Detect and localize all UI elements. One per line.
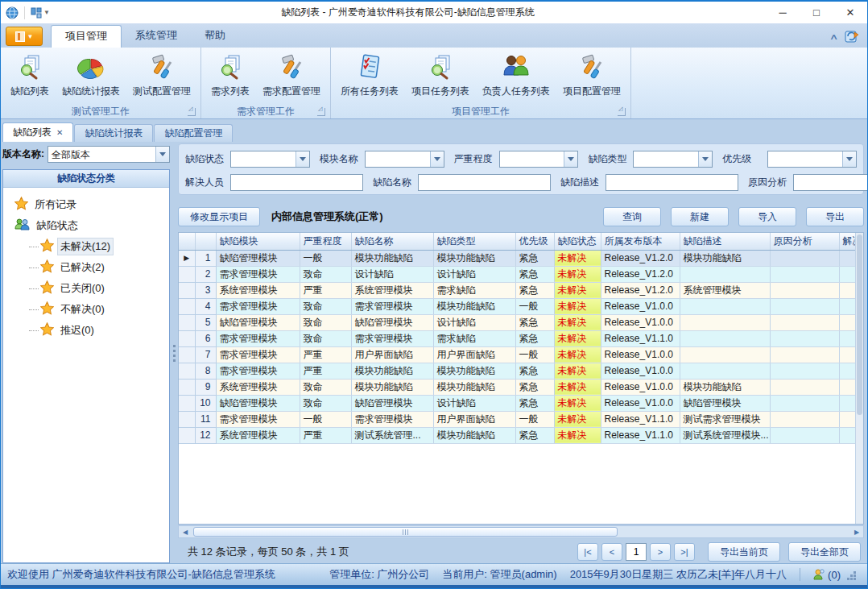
column-header-缺陷描述[interactable]: 缺陷描述 bbox=[680, 233, 770, 250]
filter-input-解决人员[interactable] bbox=[230, 174, 363, 191]
filter-combobox-模块名称[interactable] bbox=[365, 151, 444, 168]
combobox-arrow-icon[interactable] bbox=[698, 151, 712, 167]
column-header-blank[interactable] bbox=[179, 233, 195, 250]
column-header-缺陷状态[interactable]: 缺陷状态 bbox=[554, 233, 601, 250]
vertical-scrollbar[interactable] bbox=[855, 233, 863, 524]
ribbon-tab-项目管理[interactable]: 项目管理 bbox=[51, 25, 122, 48]
close-tab-icon[interactable]: ✕ bbox=[56, 128, 63, 137]
combobox-arrow-icon[interactable] bbox=[564, 151, 577, 167]
ribbon-button-项目配置管理[interactable]: 项目配置管理 bbox=[556, 49, 627, 100]
tree-item-推迟(0)[interactable]: 推迟(0) bbox=[40, 320, 166, 341]
filter-combobox-缺陷类型[interactable] bbox=[633, 151, 713, 168]
row-selector-cell[interactable] bbox=[179, 266, 195, 282]
version-combobox[interactable]: 全部版本 bbox=[48, 146, 170, 163]
row-selector-cell[interactable] bbox=[179, 379, 195, 395]
ribbon-button-所有任务列表[interactable]: 所有任务列表 bbox=[334, 49, 405, 100]
tree-item-缺陷状态[interactable]: -缺陷状态 bbox=[14, 215, 166, 236]
minimize-button[interactable]: ─ bbox=[766, 2, 800, 23]
ribbon-button-需求列表[interactable]: 需求列表 bbox=[205, 49, 256, 100]
tree-item-已关闭(0)[interactable]: 已关闭(0) bbox=[40, 278, 166, 299]
document-tab-缺陷列表[interactable]: 缺陷列表✕ bbox=[2, 122, 73, 142]
panel-splitter[interactable] bbox=[172, 143, 176, 563]
document-tab-缺陷配置管理[interactable]: 缺陷配置管理 bbox=[154, 124, 233, 142]
ribbon-button-需求配置管理[interactable]: 需求配置管理 bbox=[256, 49, 327, 100]
filter-combobox-严重程度[interactable] bbox=[499, 151, 579, 168]
resize-grip[interactable] bbox=[854, 578, 856, 580]
column-header-所属发布版本[interactable]: 所属发布版本 bbox=[601, 233, 680, 250]
help-about-icon[interactable] bbox=[845, 29, 859, 44]
maximize-button[interactable]: □ bbox=[800, 2, 833, 23]
modify-display-items-button[interactable]: 修改显示项目 bbox=[178, 207, 260, 226]
collapse-ribbon-icon[interactable]: ∧ bbox=[829, 32, 838, 41]
dialog-launcher-icon[interactable] bbox=[317, 108, 325, 116]
combobox-arrow-icon[interactable] bbox=[296, 151, 309, 167]
last-page-button[interactable]: >| bbox=[674, 543, 695, 561]
ribbon-button-缺陷列表[interactable]: 缺陷列表 bbox=[4, 49, 56, 100]
column-header-严重程度[interactable]: 严重程度 bbox=[300, 233, 351, 250]
action-button-新建[interactable]: 新建 bbox=[671, 207, 729, 226]
first-page-button[interactable]: |< bbox=[577, 543, 598, 561]
horizontal-scrollbar[interactable]: ◀ ▶ bbox=[178, 525, 864, 538]
tree-item-不解决(0)[interactable]: 不解决(0) bbox=[40, 299, 166, 320]
table-row[interactable]: 3系统管理模块严重系统管理模块需求缺陷紧急未解决Release_V1.2.0系统… bbox=[179, 282, 855, 298]
row-selector-cell[interactable] bbox=[179, 363, 195, 379]
table-row[interactable]: 5缺陷管理模块致命缺陷管理模块设计缺陷紧急未解决Release_V1.0.0 bbox=[179, 314, 855, 330]
document-tab-缺陷统计报表[interactable]: 缺陷统计报表 bbox=[74, 124, 153, 142]
scroll-left-icon[interactable]: ◀ bbox=[179, 526, 192, 537]
export-all-pages-button[interactable]: 导出全部页 bbox=[788, 542, 861, 562]
action-button-查询[interactable]: 查询 bbox=[603, 207, 661, 226]
combobox-arrow-icon[interactable] bbox=[430, 151, 444, 167]
row-selector-cell[interactable] bbox=[179, 346, 195, 363]
page-number-input[interactable] bbox=[626, 543, 647, 561]
combobox-arrow-icon[interactable] bbox=[842, 151, 856, 167]
prev-page-button[interactable]: < bbox=[601, 543, 622, 561]
table-row[interactable]: 7需求管理模块严重用户界面缺陷用户界面缺陷一般未解决Release_V1.0.0 bbox=[179, 346, 855, 363]
tree-item-已解决(2)[interactable]: 已解决(2) bbox=[40, 257, 166, 278]
ribbon-button-负责人任务列表[interactable]: 负责人任务列表 bbox=[476, 49, 556, 100]
filter-combobox-优先级[interactable] bbox=[767, 151, 857, 168]
table-row[interactable]: 6需求管理模块致命需求管理模块需求缺陷紧急未解决Release_V1.1.0 bbox=[179, 330, 855, 346]
qat-dropdown-icon[interactable]: ▼ bbox=[43, 9, 50, 16]
vertical-scrollbar-thumb[interactable] bbox=[857, 234, 862, 415]
export-current-page-button[interactable]: 导出当前页 bbox=[708, 542, 780, 562]
dialog-launcher-icon[interactable] bbox=[618, 108, 626, 116]
row-selector-cell[interactable] bbox=[179, 298, 195, 314]
tree-expander-icon[interactable]: - bbox=[0, 222, 1, 230]
table-row[interactable]: ▶1缺陷管理模块一般模块功能缺陷模块功能缺陷紧急未解决Release_V1.2.… bbox=[179, 250, 855, 266]
table-row[interactable]: 12系统管理模块严重测试系统管理...模块功能缺陷紧急未解决Release_V1… bbox=[179, 427, 855, 443]
table-row[interactable]: 9系统管理模块致命模块功能缺陷模块功能缺陷紧急未解决Release_V1.0.0… bbox=[179, 379, 855, 395]
column-header-原因分析[interactable]: 原因分析 bbox=[770, 233, 839, 250]
ribbon-button-项目任务列表[interactable]: 项目任务列表 bbox=[405, 49, 476, 100]
ribbon-button-测试配置管理[interactable]: 测试配置管理 bbox=[126, 49, 197, 100]
column-header-解决方法[interactable]: 解决方法 bbox=[839, 233, 855, 250]
row-selector-cell[interactable] bbox=[179, 282, 195, 298]
horizontal-scrollbar-thumb[interactable] bbox=[193, 527, 618, 537]
row-selector-cell[interactable] bbox=[179, 330, 195, 346]
message-indicator[interactable]: (0) bbox=[813, 569, 841, 581]
application-menu-button[interactable]: ▼ bbox=[6, 27, 43, 46]
table-row[interactable]: 8需求管理模块严重模块功能缺陷模块功能缺陷紧急未解决Release_V1.0.0 bbox=[179, 363, 855, 379]
column-header-缺陷模块[interactable]: 缺陷模块 bbox=[216, 233, 300, 250]
action-button-导入[interactable]: 导入 bbox=[738, 207, 796, 226]
next-page-button[interactable]: > bbox=[650, 543, 671, 561]
column-header-blank[interactable] bbox=[195, 233, 216, 250]
column-header-缺陷类型[interactable]: 缺陷类型 bbox=[433, 233, 515, 250]
scroll-right-icon[interactable]: ▶ bbox=[850, 526, 863, 537]
row-selector-cell[interactable] bbox=[179, 314, 195, 330]
ribbon-tab-系统管理[interactable]: 系统管理 bbox=[122, 25, 191, 48]
dialog-launcher-icon[interactable] bbox=[188, 108, 196, 116]
row-selector-cell[interactable] bbox=[179, 427, 195, 443]
table-row[interactable]: 4需求管理模块致命需求管理模块模块功能缺陷一般未解决Release_V1.0.0 bbox=[179, 298, 855, 314]
quick-access-toolbar[interactable]: ▼ bbox=[31, 7, 50, 19]
filter-input-缺陷名称[interactable] bbox=[418, 174, 551, 191]
table-row[interactable]: 2需求管理模块致命设计缺陷设计缺陷紧急未解决Release_V1.2.0 bbox=[179, 266, 855, 282]
filter-combobox-缺陷状态[interactable] bbox=[230, 151, 310, 168]
filter-input-缺陷描述[interactable] bbox=[606, 174, 738, 191]
version-combobox-arrow-icon[interactable] bbox=[155, 147, 169, 162]
filter-input-原因分析[interactable] bbox=[793, 174, 868, 191]
close-button[interactable]: ✕ bbox=[833, 2, 867, 23]
row-selector-cell[interactable] bbox=[179, 411, 195, 427]
column-header-优先级[interactable]: 优先级 bbox=[515, 233, 554, 250]
tree-item-未解决(12)[interactable]: 未解决(12) bbox=[40, 236, 166, 257]
action-button-导出[interactable]: 导出 bbox=[806, 207, 864, 226]
